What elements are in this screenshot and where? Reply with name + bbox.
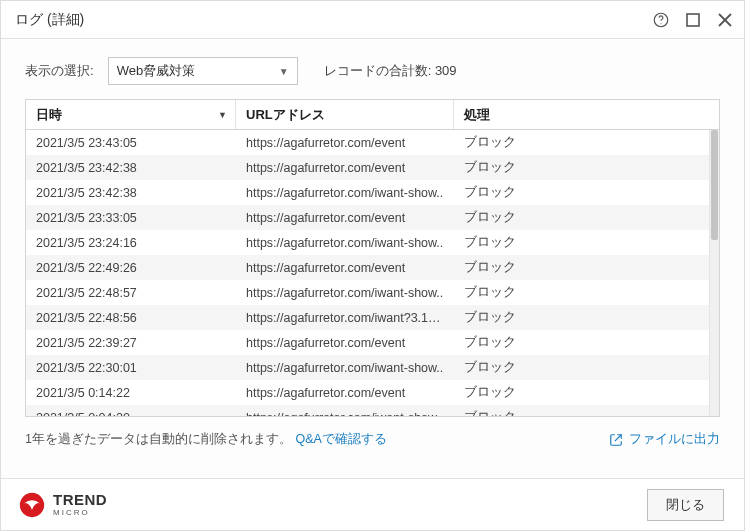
cell-date: 2021/3/5 0:04:20 — [26, 411, 236, 417]
cell-url: https://agafurretor.com/iwant-show.. — [236, 286, 454, 300]
table-row[interactable]: 2021/3/5 23:24:16https://agafurretor.com… — [26, 230, 709, 255]
table-row[interactable]: 2021/3/5 0:04:20https://agafurretor.com/… — [26, 405, 709, 416]
column-header-action[interactable]: 処理 — [454, 100, 719, 129]
cell-action: ブロック — [454, 284, 709, 301]
help-icon[interactable] — [652, 11, 670, 29]
cell-action: ブロック — [454, 409, 709, 416]
cell-action: ブロック — [454, 159, 709, 176]
cell-date: 2021/3/5 22:49:26 — [26, 261, 236, 275]
select-label: 表示の選択: — [25, 62, 94, 80]
titlebar: ログ (詳細) — [1, 1, 744, 39]
record-count: レコードの合計数: 309 — [324, 62, 457, 80]
cell-action: ブロック — [454, 184, 709, 201]
toolbar: 表示の選択: Web脅威対策 ▼ レコードの合計数: 309 — [1, 39, 744, 99]
cell-url: https://agafurretor.com/iwant-show.. — [236, 186, 454, 200]
column-header-url[interactable]: URLアドレス — [236, 100, 454, 129]
export-link[interactable]: ファイルに出力 — [609, 431, 720, 448]
table-row[interactable]: 2021/3/5 22:30:01https://agafurretor.com… — [26, 355, 709, 380]
log-table: 日時 ▼ URLアドレス 処理 2021/3/5 23:43:05https:/… — [25, 99, 720, 417]
titlebar-actions — [652, 11, 734, 29]
column-header-date[interactable]: 日時 ▼ — [26, 100, 236, 129]
cell-date: 2021/3/5 22:48:57 — [26, 286, 236, 300]
scrollbar[interactable] — [709, 130, 719, 416]
scrollbar-thumb[interactable] — [711, 130, 718, 240]
footer-note: 1年を過ぎたデータは自動的に削除されます。 Q&Aで確認する ファイルに出力 — [1, 417, 744, 448]
brand-line1: TREND — [53, 492, 107, 507]
cell-date: 2021/3/5 23:42:38 — [26, 161, 236, 175]
cell-url: https://agafurretor.com/event — [236, 211, 454, 225]
cell-action: ブロック — [454, 359, 709, 376]
cell-date: 2021/3/5 23:33:05 — [26, 211, 236, 225]
cell-date: 2021/3/5 23:24:16 — [26, 236, 236, 250]
bottombar: TREND MICRO 閉じる — [1, 478, 744, 530]
cell-action: ブロック — [454, 134, 709, 151]
maximize-icon[interactable] — [684, 11, 702, 29]
table-row[interactable]: 2021/3/5 23:42:38https://agafurretor.com… — [26, 155, 709, 180]
cell-date: 2021/3/5 22:48:56 — [26, 311, 236, 325]
brand-line2: MICRO — [53, 509, 107, 517]
table-header: 日時 ▼ URLアドレス 処理 — [26, 100, 719, 130]
svg-rect-2 — [687, 14, 699, 26]
table-row[interactable]: 2021/3/5 22:48:56https://agafurretor.com… — [26, 305, 709, 330]
cell-action: ブロック — [454, 259, 709, 276]
table-row[interactable]: 2021/3/5 22:49:26https://agafurretor.com… — [26, 255, 709, 280]
cell-action: ブロック — [454, 234, 709, 251]
svg-point-1 — [660, 23, 661, 24]
sort-desc-icon: ▼ — [218, 110, 227, 120]
cell-url: https://agafurretor.com/event — [236, 386, 454, 400]
display-select[interactable]: Web脅威対策 ▼ — [108, 57, 298, 85]
table-row[interactable]: 2021/3/5 22:48:57https://agafurretor.com… — [26, 280, 709, 305]
cell-date: 2021/3/5 0:14:22 — [26, 386, 236, 400]
cell-url: https://agafurretor.com/event — [236, 136, 454, 150]
cell-url: https://agafurretor.com/iwant-show.. — [236, 361, 454, 375]
cell-date: 2021/3/5 23:42:38 — [26, 186, 236, 200]
table-row[interactable]: 2021/3/5 23:42:38https://agafurretor.com… — [26, 180, 709, 205]
cell-date: 2021/3/5 23:43:05 — [26, 136, 236, 150]
brand-logo-icon — [19, 492, 45, 518]
cell-url: https://agafurretor.com/iwant?3.1.2.. — [236, 311, 454, 325]
select-value: Web脅威対策 — [117, 62, 196, 80]
table-row[interactable]: 2021/3/5 22:39:27https://agafurretor.com… — [26, 330, 709, 355]
cell-url: https://agafurretor.com/event — [236, 336, 454, 350]
cell-action: ブロック — [454, 309, 709, 326]
export-label: ファイルに出力 — [629, 431, 720, 448]
cell-date: 2021/3/5 22:30:01 — [26, 361, 236, 375]
table-row[interactable]: 2021/3/5 0:14:22https://agafurretor.com/… — [26, 380, 709, 405]
cell-action: ブロック — [454, 334, 709, 351]
table-body: 2021/3/5 23:43:05https://agafurretor.com… — [26, 130, 709, 416]
cell-url: https://agafurretor.com/event — [236, 161, 454, 175]
chevron-down-icon: ▼ — [279, 66, 289, 77]
window-title: ログ (詳細) — [15, 11, 652, 29]
close-button[interactable]: 閉じる — [647, 489, 724, 521]
cell-action: ブロック — [454, 209, 709, 226]
cell-action: ブロック — [454, 384, 709, 401]
cell-url: https://agafurretor.com/iwant-show.. — [236, 236, 454, 250]
qa-link[interactable]: Q&Aで確認する — [295, 432, 386, 446]
table-row[interactable]: 2021/3/5 23:33:05https://agafurretor.com… — [26, 205, 709, 230]
retention-note: 1年を過ぎたデータは自動的に削除されます。 Q&Aで確認する — [25, 431, 387, 448]
cell-date: 2021/3/5 22:39:27 — [26, 336, 236, 350]
table-row[interactable]: 2021/3/5 23:43:05https://agafurretor.com… — [26, 130, 709, 155]
brand: TREND MICRO — [19, 492, 107, 518]
cell-url: https://agafurretor.com/iwant-show.. — [236, 411, 454, 417]
cell-url: https://agafurretor.com/event — [236, 261, 454, 275]
close-icon[interactable] — [716, 11, 734, 29]
